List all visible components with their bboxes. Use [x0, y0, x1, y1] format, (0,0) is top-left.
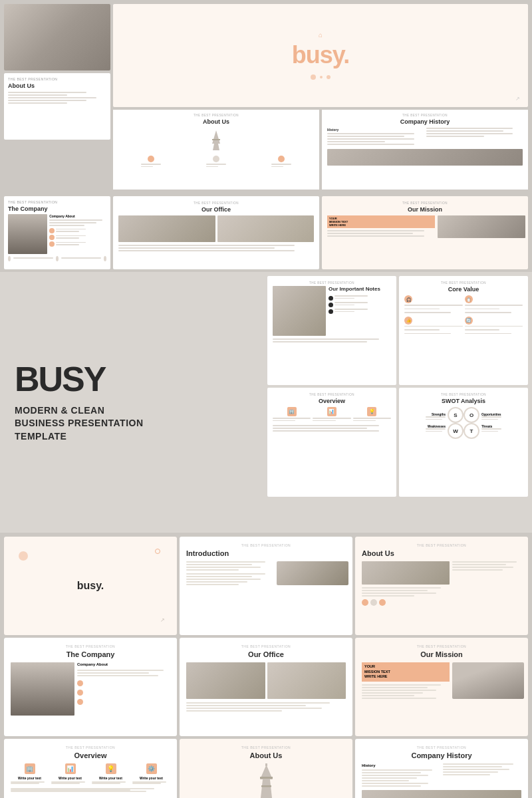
line — [313, 418, 350, 419]
label: THE BEST PRESENTATION — [273, 281, 391, 285]
introduction-slide: THE BEST PRESENTATION Introduction — [180, 537, 352, 635]
swot-right: Opportunities Threats — [481, 413, 501, 433]
line — [327, 144, 414, 145]
arrow-icon: ↗ — [515, 96, 520, 102]
line — [186, 581, 247, 583]
line — [186, 705, 306, 706]
company-items: Company About — [49, 214, 108, 254]
lines — [443, 763, 521, 775]
title: Company History — [362, 751, 521, 759]
icon-item — [141, 156, 161, 168]
line — [362, 777, 417, 779]
line — [465, 326, 523, 327]
about-image — [362, 561, 450, 585]
line — [186, 561, 265, 563]
office-img — [267, 662, 346, 699]
label: THE BEST PRESENTATION — [362, 543, 521, 547]
svg-rect-4 — [261, 785, 271, 787]
overview-icons: 🏢 📊 💡 — [273, 407, 391, 422]
page-wrapper: THE BEST PRESENTATION About Us ⌂ busy. — [0, 0, 532, 798]
line — [186, 569, 239, 571]
svg-rect-1 — [212, 139, 220, 140]
item — [77, 699, 173, 705]
deco-ring — [155, 549, 160, 554]
icon-item — [206, 156, 226, 168]
lines — [186, 702, 346, 712]
slide-label: THE BEST PRESENTATION — [327, 114, 523, 117]
mission-layout: YOURMISSION TEXTWRITE HERE — [327, 215, 523, 238]
top-left-column: THE BEST PRESENTATION About Us — [4, 4, 110, 192]
ov-item: ⚙️ Write your text — [132, 763, 170, 784]
line — [49, 219, 102, 221]
label: THE BEST PRESENTATION — [404, 393, 523, 396]
line — [334, 298, 354, 299]
company-about-label: Company About — [49, 214, 108, 218]
cv-icon: 🎧 — [404, 295, 412, 303]
photo-inner — [4, 4, 110, 70]
eiffel-tower — [186, 763, 346, 798]
slides-grid-right: THE BEST PRESENTATION Our Important Note… — [267, 276, 528, 529]
second-row: THE BEST PRESENTATION The Company Compan… — [0, 196, 532, 272]
swot-strengths: Strengths — [426, 413, 446, 421]
line — [404, 312, 451, 313]
line — [56, 244, 79, 245]
footer-icon — [104, 256, 106, 261]
icon — [77, 680, 83, 686]
text-line — [271, 164, 291, 165]
line — [56, 231, 79, 232]
line — [481, 419, 498, 420]
ov-icon: 🏢 — [287, 407, 297, 416]
ov-label: Write your text — [132, 776, 170, 780]
about-us-small-thumb: THE BEST PRESENTATION About Us — [4, 73, 110, 140]
history-right — [443, 763, 521, 787]
line — [186, 573, 265, 575]
line — [51, 783, 80, 784]
line — [118, 245, 295, 246]
line — [132, 783, 161, 784]
footer-icon — [56, 256, 59, 261]
line — [443, 763, 513, 765]
line — [481, 431, 498, 432]
line — [362, 780, 409, 781]
ov-icon: 💡 — [367, 407, 376, 416]
line — [186, 576, 252, 577]
line — [362, 593, 436, 594]
mission-text: YOURMISSION TEXTWRITE HERE — [327, 215, 435, 238]
brand-subtitle: MODERN & CLEAN BUSINESS PRESENTATION TEM… — [15, 404, 254, 444]
line — [327, 230, 424, 231]
lines — [186, 573, 274, 585]
line — [327, 136, 404, 137]
office-mission-row: THE BEST PRESENTATION Our Office THE BES… — [113, 196, 528, 269]
office-text — [118, 245, 314, 251]
svg-rect-3 — [260, 777, 273, 779]
icon — [379, 599, 386, 606]
label: THE BEST PRESENTATION — [186, 644, 346, 648]
line — [49, 225, 84, 226]
footer-row — [8, 256, 106, 261]
swot-weaknesses: Weaknesses — [426, 425, 446, 433]
eiffel-icon — [118, 130, 314, 150]
line — [426, 136, 484, 137]
history-col-left: History — [327, 128, 424, 146]
line — [465, 312, 511, 313]
line — [362, 587, 441, 589]
line — [92, 783, 120, 784]
icon-row — [362, 599, 450, 606]
branding-block: BUSY MODERN & CLEAN BUSINESS PRESENTATIO… — [4, 276, 265, 529]
line — [426, 431, 442, 432]
thumb-label: THE BEST PRESENTATION — [8, 77, 106, 81]
office-img — [217, 215, 315, 242]
ov-icon: 📊 — [327, 407, 336, 416]
label: THE BEST PRESENTATION — [118, 201, 314, 205]
lines — [77, 670, 173, 676]
ov-item: 📊 — [313, 407, 350, 422]
dot — [327, 75, 331, 79]
swot-w: W — [448, 423, 464, 439]
ov-item: 💡 — [353, 407, 391, 422]
line — [8, 92, 86, 93]
ov-icon: 🏢 — [25, 763, 35, 774]
about-us-thumb-tr: THE BEST PRESENTATION About Us — [113, 110, 319, 190]
swot-left: Strengths Weaknesses — [426, 413, 446, 433]
icon — [77, 699, 83, 705]
title: The Company — [8, 205, 106, 212]
